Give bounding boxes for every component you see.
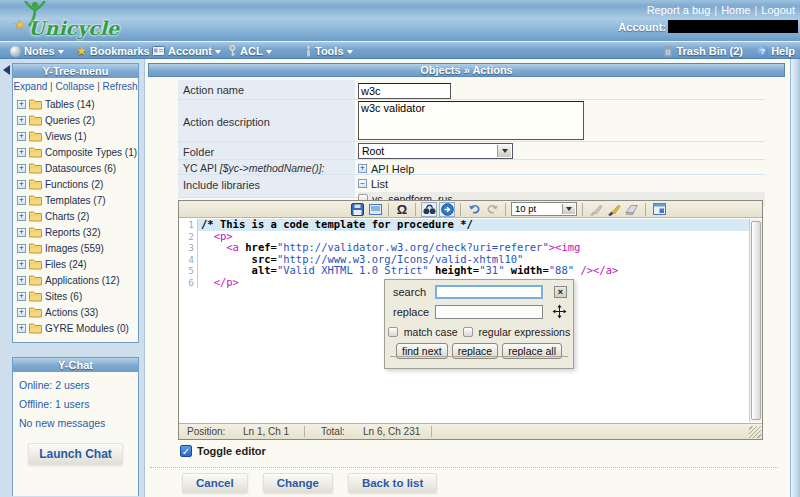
expand-icon[interactable] [17, 292, 26, 301]
tree-item-label[interactable]: Functions (2) [45, 179, 103, 190]
tree-item[interactable]: Sites (6) [17, 288, 138, 304]
tree-item[interactable]: GYRE Modules (0) [17, 320, 138, 336]
search-input[interactable] [435, 285, 543, 299]
tree-item-label[interactable]: Charts (2) [45, 211, 89, 222]
tree-item[interactable]: Tables (14) [17, 96, 138, 112]
collapse-link[interactable]: Collapse [55, 81, 94, 92]
menu-tools[interactable]: Tools [305, 44, 353, 58]
folder-select[interactable]: Root [358, 143, 513, 159]
close-icon[interactable] [554, 286, 567, 298]
expand-icon[interactable] [17, 196, 26, 205]
logout-link[interactable]: Logout [761, 4, 795, 16]
dropdown-arrow-icon[interactable] [562, 204, 575, 214]
tree-item[interactable]: Templates (7) [17, 192, 138, 208]
menu-help[interactable]: Help [757, 44, 795, 58]
expand-icon[interactable] [17, 164, 26, 173]
page-scrollbar-track[interactable] [790, 59, 800, 497]
expand-icon[interactable] [17, 212, 26, 221]
undo-icon[interactable] [466, 202, 482, 217]
expand-icon[interactable] [17, 244, 26, 253]
collapse-icon[interactable] [358, 179, 367, 188]
tree-item-label[interactable]: Actions (33) [45, 307, 98, 318]
maximize-icon[interactable] [651, 202, 667, 217]
list-label[interactable]: List [371, 178, 388, 190]
api-help-node[interactable]: API Help [358, 162, 765, 175]
tree-item[interactable]: Datasources (6) [17, 160, 138, 176]
goto-icon[interactable] [439, 202, 455, 217]
eraser-icon[interactable] [624, 202, 640, 217]
report-a-bug-link[interactable]: Report a bug [647, 4, 711, 16]
code-line[interactable]: 5 alt="Valid XHTML 1.0 Strict" height="3… [179, 265, 762, 277]
expand-icon[interactable] [358, 164, 367, 173]
expand-icon[interactable] [17, 132, 26, 141]
tree-item[interactable]: Views (1) [17, 128, 138, 144]
expand-icon[interactable] [17, 276, 26, 285]
expand-icon[interactable] [17, 228, 26, 237]
editor-vertical-scrollbar[interactable] [749, 219, 762, 422]
launch-chat-button[interactable]: Launch Chat [28, 443, 123, 465]
menu-notes[interactable]: Notes [10, 44, 64, 58]
special-character-icon[interactable] [394, 202, 410, 217]
tree-item-label[interactable]: Composite Types (1) [45, 147, 137, 158]
tree-item[interactable]: Functions (2) [17, 176, 138, 192]
collapse-sidebar-icon[interactable] [3, 65, 10, 75]
tree-item[interactable]: Reports (32) [17, 224, 138, 240]
highlight-off-icon[interactable] [588, 202, 604, 217]
action-name-input[interactable] [358, 83, 451, 99]
tree-item[interactable]: Composite Types (1) [17, 144, 138, 160]
expand-link[interactable]: Expand [13, 81, 47, 92]
font-size-select[interactable]: 10 pt [511, 202, 577, 216]
tree-item-label[interactable]: Datasources (6) [45, 163, 116, 174]
toggle-editor-checkbox[interactable] [180, 445, 192, 457]
redo-icon[interactable] [484, 202, 500, 217]
expand-icon[interactable] [17, 148, 26, 157]
cancel-button[interactable]: Cancel [182, 473, 248, 493]
tree-item-label[interactable]: Reports (32) [45, 227, 101, 238]
tree-item-label[interactable]: Tables (14) [45, 99, 94, 110]
menu-bookmarks[interactable]: Bookmarks [76, 44, 159, 58]
expand-icon[interactable] [17, 180, 26, 189]
expand-icon[interactable] [17, 324, 26, 333]
tree-item[interactable]: Applications (12) [17, 272, 138, 288]
tree-item-label[interactable]: Images (559) [45, 243, 104, 254]
back-to-list-button[interactable]: Back to list [348, 473, 437, 493]
code-line[interactable]: 1/* This is a code template for procedur… [179, 219, 762, 231]
save-icon[interactable] [349, 202, 365, 217]
expand-icon[interactable] [17, 260, 26, 269]
api-help-label[interactable]: API Help [371, 163, 414, 175]
menu-acl[interactable]: ACL [228, 44, 272, 58]
tree-item-label[interactable]: Files (24) [45, 259, 87, 270]
home-link[interactable]: Home [721, 4, 750, 16]
change-button[interactable]: Change [263, 473, 333, 493]
tree-item-label[interactable]: Templates (7) [45, 195, 106, 206]
expand-icon[interactable] [17, 100, 26, 109]
tree-item[interactable]: Queries (2) [17, 112, 138, 128]
tree-item[interactable]: Files (24) [17, 256, 138, 272]
move-handle-icon[interactable] [552, 304, 567, 319]
regex-checkbox[interactable] [463, 327, 473, 337]
tree-item-label[interactable]: Views (1) [45, 131, 87, 142]
action-description-textarea[interactable]: w3c validator [358, 101, 584, 140]
expand-icon[interactable] [17, 308, 26, 317]
refresh-link[interactable]: Refresh [103, 81, 138, 92]
libraries-list-node[interactable]: List [358, 177, 765, 190]
scrollbar-thumb[interactable] [751, 221, 761, 420]
tree-item-label[interactable]: Queries (2) [45, 115, 95, 126]
dropdown-arrow-icon[interactable] [497, 145, 511, 157]
preview-icon[interactable] [367, 202, 383, 217]
tree-item[interactable]: Images (559) [17, 240, 138, 256]
tree-item[interactable]: Actions (33) [17, 304, 138, 320]
tree-item-label[interactable]: Applications (12) [45, 275, 119, 286]
tree-item-label[interactable]: GYRE Modules (0) [45, 323, 129, 334]
menu-account[interactable]: Account [152, 44, 221, 58]
find-icon[interactable] [421, 202, 437, 217]
expand-icon[interactable] [17, 116, 26, 125]
menu-bookmarks-label: Bookmarks [90, 45, 150, 57]
resize-grip[interactable] [749, 426, 761, 438]
match-case-checkbox[interactable] [388, 327, 398, 337]
replace-input[interactable] [435, 305, 543, 319]
tree-item[interactable]: Charts (2) [17, 208, 138, 224]
highlight-icon[interactable] [606, 202, 622, 217]
tree-item-label[interactable]: Sites (6) [45, 291, 82, 302]
menu-trash-bin[interactable]: Trash Bin (2) [663, 44, 743, 58]
